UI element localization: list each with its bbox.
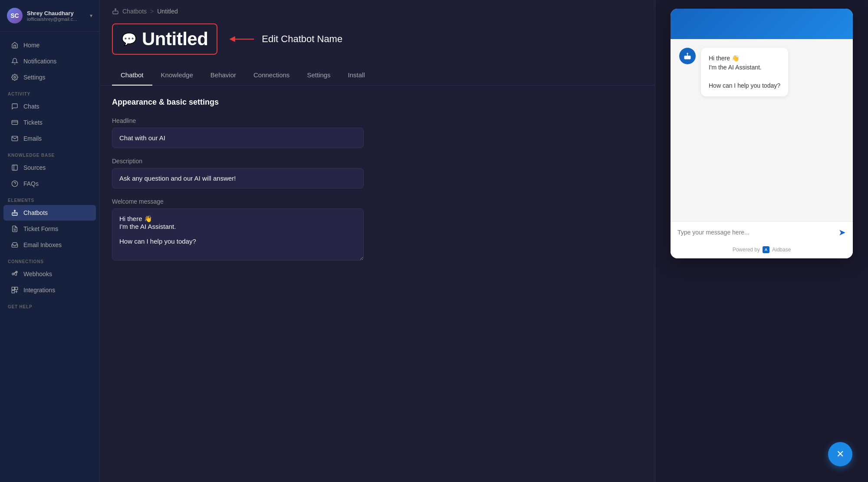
sidebar-item-chats[interactable]: Chats: [3, 99, 96, 114]
aidbase-logo: A: [763, 246, 769, 253]
center-panel: Chatbots > Untitled 💬 Untitled: [100, 0, 655, 482]
svg-rect-18: [113, 11, 118, 14]
svg-rect-15: [12, 287, 14, 290]
breadcrumb-current: Untitled: [157, 8, 178, 15]
chatbot-name-box[interactable]: 💬 Untitled: [112, 23, 217, 55]
sidebar-item-integrations[interactable]: Integrations: [3, 282, 96, 298]
sidebar-item-label-sources: Sources: [23, 164, 46, 171]
home-icon: [11, 42, 18, 49]
breadcrumb-separator: >: [150, 8, 154, 15]
chat-footer: Powered by A Aidbase: [671, 243, 853, 258]
fab-icon: ✕: [836, 449, 844, 460]
inbox-icon: [11, 241, 18, 248]
sidebar-item-ticket-forms[interactable]: Ticket Forms: [3, 221, 96, 237]
sidebar-item-label-tickets: Tickets: [23, 119, 43, 126]
section-label-elements: ELEMENTS: [0, 192, 99, 205]
avatar: SC: [7, 8, 23, 23]
sidebar-item-email-inboxes[interactable]: Email Inboxes: [3, 237, 96, 253]
field-group-description: Description: [112, 158, 643, 188]
tab-settings[interactable]: Settings: [298, 65, 339, 86]
sidebar-item-tickets[interactable]: Tickets: [3, 115, 96, 130]
send-icon: ➤: [838, 228, 846, 237]
ticket-icon: [11, 119, 18, 126]
section-label-get-help: GET HELP: [0, 298, 99, 311]
bot-message-bubble: Hi there 👋I'm the AI Assistant.How can I…: [701, 48, 788, 96]
form-icon: [11, 225, 18, 232]
welcome-message-input[interactable]: Hi there 👋 I'm the AI Assistant. How can…: [112, 208, 364, 261]
sidebar-item-webhooks[interactable]: Webhooks: [3, 266, 96, 282]
sidebar-item-emails[interactable]: Emails: [3, 131, 96, 146]
fab-button[interactable]: ✕: [828, 442, 852, 466]
integrations-icon: [11, 287, 18, 294]
sidebar-item-label-notifications: Notifications: [23, 58, 56, 65]
chat-send-button[interactable]: ➤: [838, 227, 846, 238]
sidebar-item-label-chatbots: Chatbots: [23, 209, 48, 216]
breadcrumb: Chatbots > Untitled: [100, 0, 655, 20]
headline-input[interactable]: [112, 128, 364, 148]
sidebar-item-chatbots[interactable]: Chatbots: [3, 205, 96, 221]
gear-icon: [11, 74, 18, 81]
brand-name: Aidbase: [772, 247, 791, 253]
chatbot-icon: [11, 209, 18, 216]
email-icon: [11, 135, 18, 142]
section-label-connections: CONNECTIONS: [0, 253, 99, 266]
breadcrumb-parent[interactable]: Chatbots: [122, 8, 147, 15]
sidebar-item-label-integrations: Integrations: [23, 287, 55, 294]
webhook-icon: [11, 271, 18, 277]
sidebar-item-label-email-inboxes: Email Inboxes: [23, 241, 62, 248]
svg-rect-23: [684, 56, 691, 59]
sidebar-item-notifications[interactable]: Notifications: [3, 53, 96, 69]
tab-knowledge[interactable]: Knowledge: [152, 65, 202, 86]
form-area: Appearance & basic settings Headline Des…: [100, 86, 655, 482]
chatbot-name-text: Untitled: [142, 29, 208, 50]
tab-connections[interactable]: Connections: [245, 65, 298, 86]
svg-point-8: [14, 210, 16, 211]
edit-chatbot-name-label: Edit Chatbot Name: [262, 33, 342, 45]
sidebar-item-sources[interactable]: Sources: [3, 160, 96, 175]
description-input[interactable]: [112, 168, 364, 188]
field-label-description: Description: [112, 158, 643, 165]
right-panel: Hi there 👋I'm the AI Assistant.How can I…: [655, 0, 868, 482]
tab-install[interactable]: Install: [339, 65, 374, 86]
sidebar-item-faqs[interactable]: FAQs: [3, 176, 96, 191]
section-label-activity: ACTIVITY: [0, 86, 99, 98]
svg-point-26: [685, 57, 687, 58]
main-content: Chatbots > Untitled 💬 Untitled: [100, 0, 868, 482]
user-email: iofficialshrey@gmail.c...: [27, 17, 85, 22]
svg-rect-3: [12, 165, 17, 170]
sources-icon: [11, 164, 18, 171]
chat-body: Hi there 👋I'm the AI Assistant.How can I…: [671, 39, 853, 221]
chat-message-input[interactable]: [677, 229, 834, 236]
bot-message-text: Hi there 👋I'm the AI Assistant.How can I…: [709, 54, 780, 90]
chat-icon: [11, 103, 18, 110]
faqs-icon: [11, 180, 18, 187]
chatbot-breadcrumb-icon: [112, 8, 119, 15]
svg-point-19: [115, 9, 116, 10]
sidebar-item-label-webhooks: Webhooks: [23, 271, 52, 277]
sidebar-item-label-settings: Settings: [23, 74, 46, 81]
sidebar: SC Shrey Chaudhary iofficialshrey@gmail.…: [0, 0, 100, 482]
edit-label-area: Edit Chatbot Name: [230, 33, 342, 45]
chevron-down-icon: ▾: [90, 13, 92, 19]
field-label-headline: Headline: [112, 117, 643, 124]
tab-chatbot[interactable]: Chatbot: [112, 65, 152, 86]
bot-avatar-icon: [683, 52, 692, 60]
sidebar-item-home[interactable]: Home: [3, 37, 96, 53]
svg-point-27: [688, 57, 690, 58]
top-area: Chatbots > Untitled 💬 Untitled: [100, 0, 868, 482]
sidebar-nav: Home Notifications Settings ACTIVITY Cha…: [0, 32, 99, 316]
chat-input-area: ➤: [671, 221, 853, 243]
tab-behavior[interactable]: Behavior: [202, 65, 245, 86]
sidebar-item-settings[interactable]: Settings: [3, 69, 96, 85]
bot-avatar: [679, 48, 696, 64]
user-profile[interactable]: SC Shrey Chaudhary iofficialshrey@gmail.…: [0, 0, 99, 32]
svg-point-24: [687, 53, 688, 54]
section-title: Appearance & basic settings: [112, 98, 643, 107]
svg-rect-16: [15, 287, 18, 290]
bot-message-row: Hi there 👋I'm the AI Assistant.How can I…: [679, 48, 844, 96]
svg-rect-1: [12, 120, 17, 124]
svg-point-0: [14, 76, 16, 78]
arrow-icon: [230, 33, 256, 45]
field-group-headline: Headline: [112, 117, 643, 148]
bell-icon: [11, 58, 18, 65]
